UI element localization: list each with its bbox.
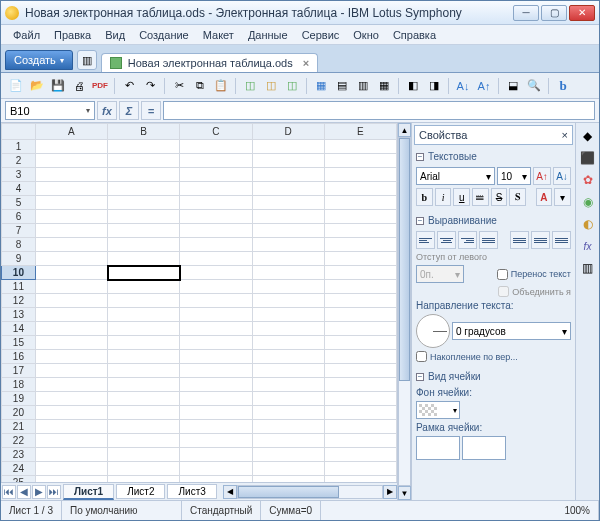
- row-header[interactable]: 10: [2, 266, 36, 280]
- tb-icon-8[interactable]: ◧: [404, 77, 422, 95]
- strike-button[interactable]: S: [491, 188, 508, 206]
- row-header[interactable]: 13: [2, 308, 36, 322]
- search-icon[interactable]: 🔍: [525, 77, 543, 95]
- col-header[interactable]: D: [252, 124, 324, 140]
- vertical-scrollbar[interactable]: ▲▼: [397, 123, 411, 500]
- sheet-nav-next[interactable]: ▶: [32, 485, 46, 499]
- sheet-nav-prev[interactable]: ◀: [17, 485, 31, 499]
- undo-icon[interactable]: ↶: [120, 77, 138, 95]
- border-preset-2[interactable]: [462, 436, 506, 460]
- row-header[interactable]: 4: [2, 182, 36, 196]
- sum-button[interactable]: Σ: [119, 101, 139, 120]
- tb-icon-1[interactable]: ◫: [241, 77, 259, 95]
- strip-flower-icon[interactable]: ✿: [579, 171, 597, 189]
- pdf-icon[interactable]: PDF: [91, 77, 109, 95]
- row-header[interactable]: 24: [2, 462, 36, 476]
- dblunderline-button[interactable]: ⩸: [472, 188, 489, 206]
- sheet-nav-first[interactable]: ⏮: [2, 485, 16, 499]
- menu-tools[interactable]: Сервис: [296, 28, 346, 42]
- row-header[interactable]: 5: [2, 196, 36, 210]
- border-preset-1[interactable]: [416, 436, 460, 460]
- collapse-icon[interactable]: −: [416, 373, 424, 381]
- menu-create[interactable]: Создание: [133, 28, 195, 42]
- row-header[interactable]: 8: [2, 238, 36, 252]
- tb-icon-9[interactable]: ◨: [425, 77, 443, 95]
- font-color-dd[interactable]: ▾: [554, 188, 571, 206]
- sheet-nav-last[interactable]: ⏭: [47, 485, 61, 499]
- row-header[interactable]: 3: [2, 168, 36, 182]
- align-center-button[interactable]: [437, 231, 456, 249]
- menu-view[interactable]: Вид: [99, 28, 131, 42]
- tb-icon-6[interactable]: ▥: [354, 77, 372, 95]
- strip-icon[interactable]: ◐: [579, 215, 597, 233]
- collapse-icon[interactable]: −: [416, 153, 424, 161]
- row-header[interactable]: 15: [2, 336, 36, 350]
- bold-icon[interactable]: b: [554, 77, 572, 95]
- minimize-button[interactable]: ─: [513, 5, 539, 21]
- sheet-tab[interactable]: Лист2: [116, 484, 165, 499]
- sheet-tab[interactable]: Лист3: [167, 484, 216, 499]
- strip-fx-icon[interactable]: fx: [579, 237, 597, 255]
- valign-top-button[interactable]: [510, 231, 529, 249]
- paste-icon[interactable]: 📋: [212, 77, 230, 95]
- row-header[interactable]: 21: [2, 420, 36, 434]
- chart-icon[interactable]: ▦: [312, 77, 330, 95]
- valign-mid-button[interactable]: [531, 231, 550, 249]
- strip-cube-icon[interactable]: ⬛: [579, 149, 597, 167]
- rotation-select[interactable]: 0 градусов▾: [452, 322, 571, 340]
- col-header[interactable]: E: [324, 124, 396, 140]
- font-shrink-icon[interactable]: A↓: [553, 167, 571, 185]
- bold-button[interactable]: b: [416, 188, 433, 206]
- row-header[interactable]: 12: [2, 294, 36, 308]
- open-icon[interactable]: 📂: [28, 77, 46, 95]
- font-grow-icon[interactable]: A↑: [533, 167, 551, 185]
- print-icon[interactable]: 🖨: [70, 77, 88, 95]
- row-header[interactable]: 18: [2, 378, 36, 392]
- font-select[interactable]: Arial▾: [416, 167, 495, 185]
- tab-close-icon[interactable]: ×: [303, 57, 309, 69]
- sheet-tab[interactable]: Лист1: [63, 484, 114, 500]
- new-doc-icon[interactable]: ▥: [77, 50, 97, 70]
- menu-data[interactable]: Данные: [242, 28, 294, 42]
- tb-icon-7[interactable]: ▦: [375, 77, 393, 95]
- align-justify-button[interactable]: [479, 231, 498, 249]
- col-header[interactable]: C: [180, 124, 252, 140]
- row-header[interactable]: 23: [2, 448, 36, 462]
- col-header[interactable]: B: [108, 124, 180, 140]
- spreadsheet-grid[interactable]: A B C D E 1 2 3 4 5 6 7 8 9 10: [1, 123, 397, 482]
- indent-input[interactable]: 0п.▾: [416, 265, 464, 283]
- active-cell[interactable]: [108, 266, 180, 280]
- merge-checkbox[interactable]: Объединить я: [498, 286, 571, 297]
- copy-icon[interactable]: ⧉: [191, 77, 209, 95]
- redo-icon[interactable]: ↷: [141, 77, 159, 95]
- panel-close-icon[interactable]: ×: [562, 129, 568, 141]
- row-header[interactable]: 7: [2, 224, 36, 238]
- tb-icon-5[interactable]: ▤: [333, 77, 351, 95]
- shadow-button[interactable]: 𝐒: [509, 188, 526, 206]
- new-icon[interactable]: 📄: [7, 77, 25, 95]
- row-header[interactable]: 6: [2, 210, 36, 224]
- tb-icon-3[interactable]: ◫: [283, 77, 301, 95]
- wrap-checkbox[interactable]: Перенос текст: [497, 269, 571, 280]
- select-all-corner[interactable]: [2, 124, 36, 140]
- equals-button[interactable]: =: [141, 101, 161, 120]
- menu-window[interactable]: Окно: [347, 28, 385, 42]
- menu-help[interactable]: Справка: [387, 28, 442, 42]
- save-icon[interactable]: 💾: [49, 77, 67, 95]
- formula-input[interactable]: [163, 101, 595, 120]
- create-button[interactable]: Создать▾: [5, 50, 73, 70]
- sort-asc-icon[interactable]: A↓: [454, 77, 472, 95]
- cut-icon[interactable]: ✂: [170, 77, 188, 95]
- stack-checkbox[interactable]: Накопление по вер...: [416, 351, 518, 362]
- row-header[interactable]: 11: [2, 280, 36, 294]
- row-header[interactable]: 20: [2, 406, 36, 420]
- document-tab[interactable]: Новая электронная таблица.ods ×: [101, 53, 318, 72]
- col-header[interactable]: A: [35, 124, 107, 140]
- font-size-select[interactable]: 10▾: [497, 167, 531, 185]
- menu-file[interactable]: Файл: [7, 28, 46, 42]
- strip-icon[interactable]: ▥: [579, 259, 597, 277]
- tb-icon-2[interactable]: ◫: [262, 77, 280, 95]
- row-header[interactable]: 2: [2, 154, 36, 168]
- row-header[interactable]: 17: [2, 364, 36, 378]
- collapse-icon[interactable]: −: [416, 217, 424, 225]
